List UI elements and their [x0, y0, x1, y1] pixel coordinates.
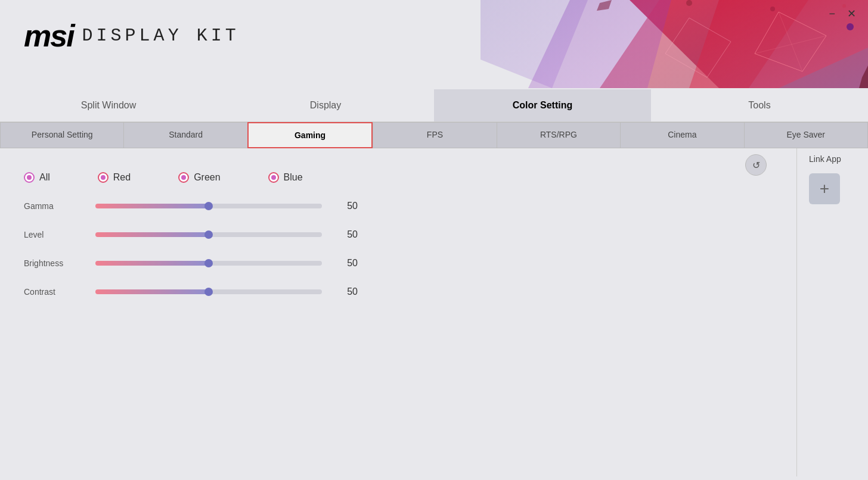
slider-fill-level [95, 232, 209, 237]
slider-track-contrast[interactable] [95, 288, 322, 296]
right-panel: Link App + [796, 148, 868, 476]
logo-area: msi DISPLAY KIT [24, 18, 240, 54]
svg-line-8 [755, 12, 779, 54]
slider-fill-brightness [95, 261, 209, 266]
radio-red[interactable]: Red [98, 172, 131, 183]
radio-label-green: Green [194, 172, 220, 183]
sub-tab-cinema[interactable]: Cinema [620, 122, 743, 148]
window-controls: − ✕ [829, 8, 856, 19]
slider-label-gamma: Gamma [24, 201, 83, 211]
svg-line-18 [665, 18, 689, 54]
svg-line-6 [802, 36, 826, 71]
radio-label-blue: Blue [284, 172, 303, 183]
sub-tab-fps[interactable]: FPS [373, 122, 496, 148]
radio-label-red: Red [113, 172, 131, 183]
slider-track-right-gamma [209, 204, 322, 208]
radio-blue[interactable]: Blue [268, 172, 303, 183]
slider-row-level: Level 50 [24, 229, 773, 240]
add-link-app-button[interactable]: + [809, 173, 840, 204]
slider-row-gamma: Gamma 50 [24, 201, 773, 211]
sub-tab-personal[interactable]: Personal Setting [0, 122, 123, 148]
svg-line-7 [755, 54, 802, 71]
minimize-button[interactable]: − [829, 8, 835, 19]
slider-value-gamma: 50 [334, 201, 358, 211]
link-app-label: Link App [809, 154, 841, 164]
radio-circle-all [24, 172, 35, 183]
main-content: ↺ All Red Green Blue Gamma [0, 148, 868, 476]
tab-tools[interactable]: Tools [651, 89, 868, 121]
msi-logo: msi [24, 18, 74, 54]
svg-marker-19 [597, 0, 612, 11]
radio-circle-green [178, 172, 189, 183]
svg-line-17 [665, 54, 707, 77]
close-button[interactable]: ✕ [847, 8, 856, 19]
svg-point-13 [842, 4, 846, 8]
slider-value-contrast: 50 [334, 286, 358, 297]
slider-label-brightness: Brightness [24, 258, 83, 268]
color-channel-radio-group: All Red Green Blue [24, 172, 773, 183]
slider-track-level[interactable] [95, 230, 322, 239]
reset-button[interactable]: ↺ [745, 154, 767, 176]
radio-all[interactable]: All [24, 172, 50, 183]
slider-track-brightness[interactable] [95, 259, 322, 267]
nav-tabs: Split Window Display Color Setting Tools [0, 89, 868, 122]
tab-split-window[interactable]: Split Window [0, 89, 217, 121]
svg-marker-3 [528, 0, 671, 88]
radio-label-all: All [39, 172, 50, 183]
header-decoration [480, 0, 868, 88]
svg-point-11 [770, 7, 775, 11]
slider-value-brightness: 50 [334, 258, 358, 269]
radio-circle-blue [268, 172, 279, 183]
radio-circle-red [98, 172, 108, 183]
slider-track-right-brightness [209, 261, 322, 266]
slider-label-contrast: Contrast [24, 287, 83, 297]
slider-track-right-contrast [209, 289, 322, 294]
slider-thumb-gamma[interactable] [204, 202, 213, 210]
slider-fill-contrast [95, 289, 209, 294]
sub-tab-standard[interactable]: Standard [123, 122, 247, 148]
slider-value-level: 50 [334, 229, 358, 240]
color-panel: ↺ All Red Green Blue Gamma [0, 148, 796, 476]
svg-point-12 [847, 23, 854, 30]
slider-fill-gamma [95, 204, 209, 208]
sub-tab-rts-rpg[interactable]: RTS/RPG [497, 122, 620, 148]
tab-display[interactable]: Display [217, 89, 434, 121]
slider-thumb-contrast[interactable] [204, 288, 213, 296]
svg-point-14 [686, 0, 692, 6]
tab-color-setting[interactable]: Color Setting [434, 89, 651, 121]
radio-green[interactable]: Green [178, 172, 220, 183]
slider-row-brightness: Brightness 50 [24, 258, 773, 269]
slider-label-level: Level [24, 230, 83, 239]
slider-row-contrast: Contrast 50 [24, 286, 773, 297]
svg-marker-4 [480, 0, 588, 88]
svg-line-10 [755, 36, 826, 54]
svg-line-9 [779, 12, 802, 71]
display-kit-text: DISPLAY KIT [82, 26, 240, 46]
svg-line-15 [689, 18, 731, 42]
svg-line-5 [779, 12, 826, 36]
sub-tab-gaming[interactable]: Gaming [247, 122, 373, 148]
slider-track-gamma[interactable] [95, 202, 322, 210]
sub-tabs: Personal Setting Standard Gaming FPS RTS… [0, 122, 868, 148]
svg-line-16 [707, 42, 731, 77]
svg-marker-1 [600, 0, 808, 88]
slider-thumb-brightness[interactable] [204, 259, 213, 267]
slider-track-right-level [209, 232, 322, 237]
sub-tab-eye-saver[interactable]: Eye Saver [744, 122, 868, 148]
slider-thumb-level[interactable] [204, 230, 213, 239]
header: msi DISPLAY KIT − ✕ [0, 0, 868, 89]
svg-marker-20 [859, 66, 868, 88]
